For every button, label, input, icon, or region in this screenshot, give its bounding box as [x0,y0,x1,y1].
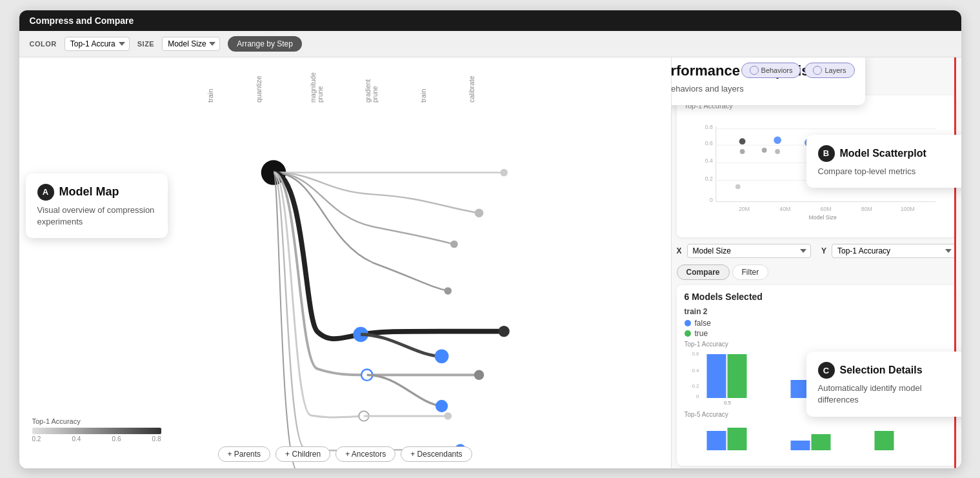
callout-d-buttons: Behaviors Layers [741,63,855,78]
callout-c-subtitle: Automatically identify model differences [818,383,956,406]
path-6c [366,375,441,406]
svg-text:0: 0 [696,393,699,399]
app-title: Compress and Compare [30,15,134,26]
size-select[interactable]: Model Size [162,37,220,51]
bar-chart-2 [685,418,948,457]
path-5 [274,172,504,339]
color-label: COLOR [30,40,57,48]
node-5b[interactable] [498,325,509,336]
children-button[interactable]: + Children [275,446,330,462]
col-header-train2: train [419,64,468,103]
x-axis-label: X [677,246,682,255]
legend: Top-1 Accuracy 0.2 0.4 0.6 0.8 [32,417,161,443]
svg-text:0.4: 0.4 [705,157,712,164]
legend-true: true [685,329,948,338]
callout-d-subtitle: Evaluate behaviors and layers [671,83,854,95]
bar-c2-1b [727,428,746,450]
svg-text:40M: 40M [779,206,790,212]
node-7b[interactable] [444,412,452,420]
scatter-point-1[interactable] [739,138,745,144]
col-header-gradient: gradient prune [365,64,419,103]
callout-a-badge: A [37,184,54,201]
x-axis-select[interactable]: Model Size [687,244,811,258]
toolbar: COLOR Top-1 Accura SIZE Model Size Arran… [19,31,961,57]
model-map-svg[interactable] [19,57,671,468]
col-header-train1: train [206,64,255,103]
behaviors-button[interactable]: Behaviors [741,63,801,78]
svg-text:60M: 60M [820,206,831,212]
arrange-by-step-button[interactable]: Arrange by Step [228,36,302,52]
models-selected-count: 6 Models Selected [685,292,948,302]
svg-text:0: 0 [709,196,712,203]
axis-row: X Model Size Y Top-1 Accuracy [672,240,961,262]
size-label: SIZE [137,40,154,48]
node-6c[interactable] [435,400,446,411]
path-2 [274,172,479,213]
layers-button[interactable]: Layers [805,63,854,78]
bar-1b [727,354,746,398]
bar-c2-1a [706,431,726,450]
chart2-section: Top-5 Accuracy [685,411,948,459]
node-4[interactable] [444,287,452,295]
y-axis-select[interactable]: Top-1 Accuracy [832,244,955,258]
filter-tab[interactable]: Filter [732,264,769,280]
node-1[interactable] [500,168,508,176]
filter-buttons: + Parents + Children + Ancestors + Desce… [217,446,472,462]
bar-c2-3b [874,431,894,450]
callout-a-title: Model Map [59,185,119,199]
callout-c: C Selection Details Automatically identi… [806,352,961,416]
svg-text:0.2: 0.2 [692,383,699,389]
parents-button[interactable]: + Parents [217,446,270,462]
callout-a-subtitle: Visual overview of compression experimen… [37,204,156,228]
category-label: train 2 [685,307,948,316]
scatter-point-2[interactable] [739,148,745,154]
col-header-magnitude: magnitude prune [310,64,365,103]
scatter-point-5[interactable] [775,148,780,154]
scatter-point-10[interactable] [735,184,740,189]
legend-false-label: false [695,319,711,328]
svg-text:80M: 80M [861,206,872,212]
svg-text:0.5: 0.5 [723,400,731,406]
bar-c2-2a [790,441,810,450]
legend-dot-false [685,320,691,326]
col-header-calibrate: calibrate [468,64,516,103]
col-header-quantize: quantize [255,64,310,103]
callout-b-title: Model Scatterplot [840,148,926,159]
path-7 [274,172,364,417]
color-select[interactable]: Top-1 Accura [65,37,130,51]
compare-tab[interactable]: Compare [677,264,730,280]
node-3[interactable] [450,240,458,248]
legend-false: false [685,319,948,328]
svg-text:100M: 100M [900,206,914,212]
legend-dot-true [685,330,691,337]
node-5c[interactable] [435,350,447,362]
scatter-point-4[interactable] [774,136,781,144]
callout-d: D Performance Comparison Evaluate behavi… [671,57,865,105]
callout-b-badge: B [818,145,835,162]
bar-c2-2b [811,434,830,450]
app-header: Compress and Compare [19,10,961,31]
callout-c-badge: C [818,362,835,379]
svg-text:20M: 20M [738,206,749,212]
ancestors-button[interactable]: + Ancestors [335,446,395,462]
right-panel: D Performance Comparison Evaluate behavi… [671,57,961,468]
path-5b [361,334,441,356]
svg-text:Model Size: Model Size [808,214,836,220]
svg-text:0.4: 0.4 [692,368,699,373]
node-6b[interactable] [474,370,483,379]
scatter-point-3[interactable] [761,147,766,152]
svg-text:0.6: 0.6 [692,351,699,357]
svg-text:0.2: 0.2 [705,175,712,181]
main-container: Compress and Compare COLOR Top-1 Accura … [19,10,961,468]
bar-1a [706,354,726,398]
descendants-button[interactable]: + Descendants [401,446,472,462]
legend-gradient [32,428,161,434]
callout-b: B Model Scatterplot Compare top-level me… [806,135,961,188]
content-area: train quantize magnitude prune gradient … [19,57,961,468]
node-2[interactable] [474,208,483,217]
svg-text:0.8: 0.8 [705,123,712,130]
svg-text:0.6: 0.6 [705,140,712,146]
tab-row: Compare Filter [672,262,961,283]
y-axis-label: Y [821,246,826,255]
left-panel: train quantize magnitude prune gradient … [19,57,671,468]
